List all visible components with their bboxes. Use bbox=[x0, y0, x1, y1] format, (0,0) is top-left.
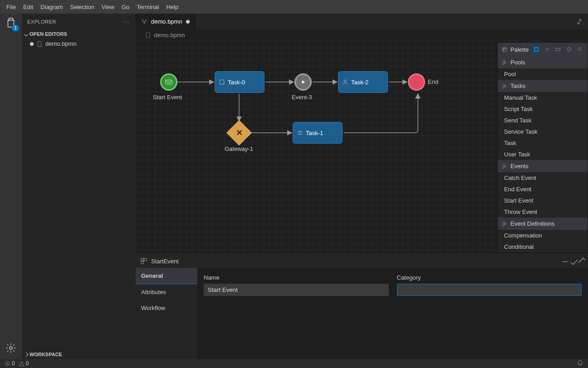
node-end-event-label: End bbox=[428, 78, 438, 85]
open-editor-filename: demo.bpmn bbox=[45, 40, 77, 47]
palette-tool-delete[interactable] bbox=[543, 45, 551, 53]
palette-group-label: Pools bbox=[510, 59, 525, 66]
palette-item[interactable]: Conditional bbox=[498, 241, 588, 252]
menu-selection[interactable]: Selection bbox=[66, 2, 98, 12]
palette-item[interactable]: Start Event bbox=[498, 195, 588, 206]
error-icon bbox=[5, 361, 10, 367]
settings-activity[interactable] bbox=[5, 342, 17, 354]
props-tab-general[interactable]: General bbox=[136, 268, 197, 284]
panel-expand-icon[interactable] bbox=[578, 257, 586, 265]
bell-icon[interactable] bbox=[577, 360, 583, 366]
menu-file[interactable]: File bbox=[3, 2, 20, 12]
svg-point-3 bbox=[144, 23, 145, 24]
status-warnings[interactable]: 0 bbox=[19, 360, 29, 367]
palette-group-tasks[interactable]: Tasks bbox=[498, 80, 588, 92]
activity-bar: 1 bbox=[0, 14, 22, 359]
palette-group-events[interactable]: Events bbox=[498, 160, 588, 172]
open-editors-label: OPEN EDITORS bbox=[29, 31, 67, 37]
svg-point-0 bbox=[10, 347, 12, 349]
palette-tool-validate[interactable] bbox=[565, 45, 573, 53]
close-icon: ✕ bbox=[236, 128, 243, 138]
status-errors[interactable]: 0 bbox=[5, 360, 15, 367]
palette-tool-search[interactable] bbox=[576, 45, 584, 53]
svg-point-15 bbox=[503, 50, 504, 51]
palette-item[interactable]: Catch Event bbox=[498, 172, 588, 184]
panel-collapse-icon[interactable] bbox=[571, 257, 578, 265]
palette-group-label: Events bbox=[510, 163, 529, 169]
file-icon bbox=[145, 32, 151, 38]
props-tab-attributes[interactable]: Attributes bbox=[136, 284, 197, 300]
tool-panel-icon[interactable] bbox=[575, 18, 583, 26]
open-editors-section[interactable]: OPEN EDITORS bbox=[22, 29, 136, 39]
list-icon bbox=[297, 130, 303, 136]
palette-group-pools[interactable]: Pools bbox=[498, 56, 588, 68]
node-task-1[interactable]: Task-1 bbox=[293, 122, 343, 144]
node-task-0[interactable]: Task-0 bbox=[215, 71, 265, 93]
explorer-sidebar: EXPLORER ··· OPEN EDITORS demo.bpmn WORK… bbox=[22, 14, 136, 359]
name-field-input[interactable] bbox=[204, 284, 389, 296]
breadcrumb-file: demo.bpmn bbox=[154, 32, 185, 39]
chevron-down-icon bbox=[24, 32, 29, 36]
node-gateway-1[interactable]: ✕ bbox=[226, 120, 252, 146]
svg-rect-21 bbox=[144, 258, 147, 261]
properties-title: StartEvent bbox=[151, 258, 179, 265]
properties-panel: StartEvent — General Attributes Workflow… bbox=[136, 254, 588, 359]
palette-title: Palette bbox=[510, 46, 529, 53]
palette-item[interactable]: Send Task bbox=[498, 115, 588, 126]
diagram-icon bbox=[141, 19, 147, 25]
menu-view[interactable]: View bbox=[98, 2, 118, 12]
file-icon bbox=[36, 41, 43, 47]
tab-demo-bpmn[interactable]: demo.bpmn bbox=[136, 14, 196, 29]
palette-item[interactable]: Throw Event bbox=[498, 206, 588, 218]
open-editor-file[interactable]: demo.bpmn bbox=[22, 39, 136, 49]
menu-go[interactable]: Go bbox=[118, 2, 133, 12]
wrench-icon bbox=[501, 163, 508, 169]
menu-help[interactable]: Help bbox=[162, 2, 182, 12]
palette-item[interactable]: Script Task bbox=[498, 103, 588, 115]
menu-edit[interactable]: Edit bbox=[20, 2, 37, 12]
palette-item-pool[interactable]: Pool bbox=[498, 68, 588, 80]
svg-point-1 bbox=[142, 19, 143, 20]
explorer-more-icon[interactable]: ··· bbox=[123, 19, 130, 24]
tab-label: demo.bpmn bbox=[151, 18, 182, 25]
name-field-label: Name bbox=[204, 274, 389, 281]
palette-item[interactable]: Service Task bbox=[498, 126, 588, 137]
workspace-section[interactable]: WORKSPACE bbox=[22, 349, 136, 359]
explorer-title: EXPLORER bbox=[27, 19, 56, 24]
svg-rect-16 bbox=[534, 48, 538, 51]
tab-dirty-icon bbox=[186, 20, 190, 24]
menu-diagram[interactable]: Diagram bbox=[37, 2, 66, 12]
node-start-event-label: Start Event bbox=[153, 94, 182, 101]
palette-item[interactable]: Manual Task bbox=[498, 92, 588, 103]
palette-icon bbox=[501, 46, 508, 53]
explorer-activity[interactable]: 1 bbox=[5, 16, 17, 29]
node-task-0-label: Task-0 bbox=[228, 79, 245, 86]
breadcrumb[interactable]: demo.bpmn bbox=[136, 29, 588, 40]
menu-terminal[interactable]: Terminal bbox=[133, 2, 162, 12]
svg-point-14 bbox=[505, 48, 506, 49]
palette-item[interactable]: Compensation bbox=[498, 230, 588, 241]
palette-tool-marquee[interactable] bbox=[554, 45, 562, 53]
node-end-event[interactable] bbox=[408, 73, 425, 91]
node-task-2[interactable]: Task-2 bbox=[338, 71, 388, 93]
panel-minimize-icon[interactable]: — bbox=[562, 258, 568, 265]
props-tab-workflow[interactable]: Workflow bbox=[136, 300, 197, 316]
diagram-canvas[interactable]: Start Event Task-0 Event-3 Task-2 End ✕ … bbox=[136, 40, 588, 254]
svg-rect-17 bbox=[556, 48, 560, 51]
node-event-3[interactable] bbox=[294, 73, 312, 91]
node-start-event[interactable] bbox=[160, 73, 177, 91]
category-field-input[interactable] bbox=[397, 284, 582, 296]
svg-point-13 bbox=[503, 48, 504, 49]
svg-point-2 bbox=[145, 19, 146, 20]
svg-point-19 bbox=[578, 48, 581, 50]
palette-panel: Palette Pools bbox=[497, 42, 588, 253]
properties-tabs: General Attributes Workflow bbox=[136, 268, 197, 359]
palette-item[interactable]: User Task bbox=[498, 149, 588, 160]
palette-item[interactable]: End Event bbox=[498, 184, 588, 195]
palette-tool-select[interactable] bbox=[532, 45, 540, 53]
palette-group-label: Tasks bbox=[510, 82, 525, 89]
warning-icon bbox=[19, 361, 24, 367]
node-task-1-label: Task-1 bbox=[306, 130, 323, 136]
palette-item[interactable]: Task bbox=[498, 137, 588, 149]
palette-group-event-defs[interactable]: Event Definitions bbox=[498, 218, 588, 230]
